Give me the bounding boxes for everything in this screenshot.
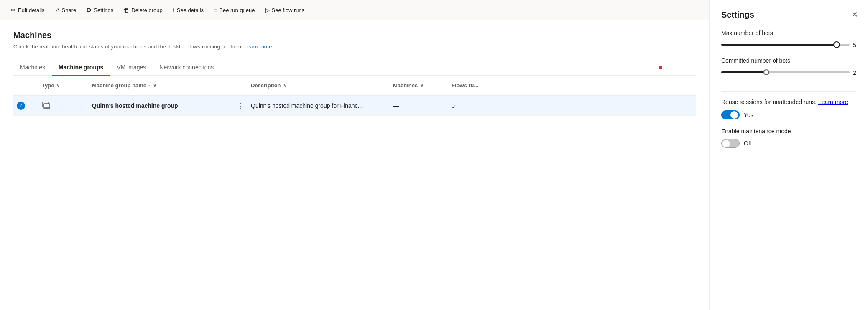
- tab-machine-groups[interactable]: Machine groups: [52, 60, 110, 76]
- row-name: Quinn's hosted machine group: [89, 99, 231, 112]
- committed-bots-section: Committed number of bots 2: [721, 57, 856, 76]
- row-flows: 0: [448, 99, 490, 112]
- reuse-sessions-link[interactable]: Learn more: [818, 99, 848, 105]
- tabs: Machines Machine groups VM images Networ…: [13, 60, 696, 76]
- see-run-queue-button[interactable]: ≡ See run queue: [209, 4, 259, 16]
- maintenance-mode-toggle-thumb: [722, 140, 730, 147]
- see-flow-runs-button[interactable]: ▷ See flow runs: [261, 4, 309, 16]
- tab-network-connections[interactable]: Network connections: [153, 60, 220, 76]
- committed-bots-fill: [721, 71, 766, 73]
- row-menu-cell[interactable]: ⋮: [231, 97, 248, 114]
- share-button[interactable]: ↗ Share: [51, 4, 81, 16]
- machine-group-icon: [42, 101, 52, 111]
- max-bots-label: Max number of bots: [721, 30, 856, 36]
- tab-machines[interactable]: Machines: [13, 60, 52, 76]
- page-body: Machines Check the real-time health and …: [0, 20, 709, 310]
- settings-panel: Settings ✕ Max number of bots 5 Committe…: [709, 0, 868, 310]
- play-icon: ▷: [265, 7, 270, 13]
- reuse-sessions-section: Reuse sessions for unattended runs. Lear…: [721, 99, 856, 119]
- committed-bots-value: 2: [853, 69, 856, 76]
- reuse-sessions-toggle[interactable]: [721, 110, 740, 119]
- maintenance-mode-toggle[interactable]: [721, 139, 740, 148]
- see-details-button[interactable]: ℹ See details: [168, 4, 208, 16]
- settings-title: Settings: [721, 10, 856, 20]
- edit-icon: ✏: [11, 7, 16, 13]
- learn-more-link[interactable]: Learn more: [244, 43, 272, 50]
- table-row[interactable]: Quinn's hosted machine group ⋮ Quinn's h…: [13, 96, 696, 116]
- reuse-sessions-toggle-thumb: [730, 111, 738, 119]
- col-name[interactable]: Machine group name ↑ ∨: [89, 79, 231, 92]
- committed-bots-slider-row: 2: [721, 68, 856, 76]
- committed-bots-slider[interactable]: [721, 68, 850, 76]
- table-header: Type ∨ Machine group name ↑ ∨ Descriptio…: [13, 76, 696, 96]
- maintenance-mode-label: Enable maintenance mode: [721, 128, 856, 135]
- svg-rect-1: [44, 104, 50, 109]
- tab-notification-dot: [659, 66, 662, 69]
- page-subtitle: Check the real-time health and status of…: [13, 43, 696, 50]
- committed-bots-track: [721, 71, 850, 73]
- page-title: Machines: [13, 30, 696, 40]
- maintenance-mode-section: Enable maintenance mode Off: [721, 128, 856, 148]
- reuse-sessions-toggle-row: Yes: [721, 110, 856, 119]
- settings-close-button[interactable]: ✕: [850, 8, 860, 21]
- reuse-sessions-label-row: Reuse sessions for unattended runs. Lear…: [721, 99, 856, 105]
- reuse-sessions-toggle-label: Yes: [744, 112, 753, 118]
- row-select[interactable]: [13, 98, 38, 113]
- col-flows: Flows ru...: [448, 79, 490, 92]
- col-description[interactable]: Description ∨: [248, 79, 390, 92]
- machines-sort-icon: ∨: [420, 83, 424, 88]
- tab-vm-images[interactable]: VM images: [110, 60, 153, 76]
- maintenance-mode-toggle-label: Off: [744, 140, 751, 147]
- gear-icon: ⚙: [86, 7, 92, 13]
- share-icon: ↗: [55, 7, 60, 13]
- settings-divider-1: [721, 91, 856, 92]
- row-machines: —: [390, 99, 448, 112]
- col-type[interactable]: Type ∨: [38, 79, 89, 92]
- settings-button[interactable]: ⚙ Settings: [82, 4, 117, 16]
- maintenance-mode-toggle-row: Off: [721, 139, 856, 148]
- row-more-button[interactable]: ⋮: [234, 100, 247, 111]
- info-icon: ℹ: [173, 7, 175, 13]
- list-icon: ≡: [214, 7, 217, 13]
- table-container: Type ∨ Machine group name ↑ ∨ Descriptio…: [13, 76, 696, 116]
- type-sort-icon: ∨: [56, 83, 60, 88]
- col-select: [13, 82, 38, 89]
- delete-group-button[interactable]: 🗑 Delete group: [119, 4, 166, 16]
- max-bots-slider[interactable]: [721, 41, 850, 49]
- edit-details-button[interactable]: ✏ Edit details: [7, 4, 49, 16]
- max-bots-slider-row: 5: [721, 41, 856, 49]
- toolbar: ✏ Edit details ↗ Share ⚙ Settings 🗑 Dele…: [0, 0, 709, 20]
- desc-sort-icon: ∨: [283, 83, 287, 88]
- max-bots-section: Max number of bots 5: [721, 30, 856, 49]
- selected-checkmark: [17, 102, 25, 110]
- row-description: Quinn's hosted machine group for Financ.…: [248, 99, 390, 112]
- col-machines[interactable]: Machines ∨: [390, 79, 448, 92]
- committed-bots-thumb: [763, 69, 769, 75]
- row-type: [38, 97, 89, 114]
- committed-bots-label: Committed number of bots: [721, 57, 856, 64]
- col-menu: [231, 82, 248, 89]
- max-bots-thumb: [833, 41, 840, 48]
- name-sort-asc-icon: ↑: [148, 83, 151, 88]
- max-bots-fill: [721, 44, 837, 46]
- max-bots-value: 5: [853, 42, 856, 48]
- name-sort-icon: ∨: [153, 83, 156, 88]
- max-bots-track: [721, 44, 850, 46]
- trash-icon: 🗑: [123, 7, 129, 13]
